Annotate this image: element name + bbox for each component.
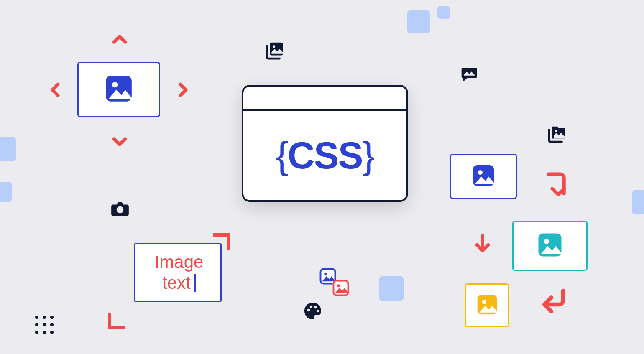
svg-point-9 (317, 310, 319, 312)
image-text-line1: Image (155, 252, 204, 273)
decorative-square (632, 190, 644, 214)
css-window: {CSS} (242, 85, 408, 202)
image-card-blue (450, 154, 517, 199)
svg-point-20 (482, 299, 486, 303)
svg-point-13 (337, 284, 340, 287)
image-folder-icon (547, 124, 567, 145)
chevron-left-icon (45, 80, 64, 101)
arrow-down-icon (473, 232, 492, 257)
image-card-teal (512, 221, 588, 271)
decorative-square (0, 182, 12, 202)
svg-point-4 (555, 130, 557, 132)
image-icon (471, 163, 496, 190)
image-icon-small-red (332, 279, 350, 298)
window-content: {CSS} (243, 111, 406, 200)
decorative-square (0, 137, 16, 161)
chevron-down-icon (110, 132, 129, 153)
chat-image-icon (460, 65, 478, 85)
image-text-card: Image text (134, 243, 222, 302)
window-titlebar (243, 87, 406, 111)
image-icon (536, 231, 564, 260)
image-card-centerable (77, 62, 160, 117)
palette-icon (303, 301, 323, 323)
decorative-square (407, 10, 430, 33)
dots-grid-icon (35, 316, 54, 334)
crop-corner-bl (108, 313, 125, 329)
crop-corner-tr (213, 233, 230, 250)
svg-point-18 (544, 239, 549, 244)
image-stack-icon (265, 41, 284, 62)
decorative-square (437, 6, 450, 19)
image-card-yellow (465, 283, 509, 327)
css-label: CSS (287, 134, 362, 177)
chevron-up-icon (110, 29, 129, 50)
svg-point-1 (112, 82, 118, 88)
svg-point-11 (324, 273, 327, 275)
text-cursor (194, 274, 196, 292)
chevron-right-icon (173, 80, 192, 101)
decorative-square (379, 276, 404, 301)
camera-icon (110, 199, 130, 221)
arrow-down-left-icon (544, 171, 568, 204)
svg-point-15 (478, 170, 483, 175)
svg-point-7 (310, 306, 312, 308)
brace-close: } (363, 134, 374, 177)
brace-open: { (276, 134, 287, 177)
svg-point-6 (307, 309, 310, 311)
image-icon (475, 293, 499, 318)
arrow-return-icon (539, 287, 567, 316)
svg-point-3 (273, 45, 275, 48)
svg-point-8 (314, 306, 317, 308)
image-icon (103, 73, 134, 106)
svg-point-5 (117, 206, 124, 214)
image-text-line2: text (162, 273, 191, 293)
